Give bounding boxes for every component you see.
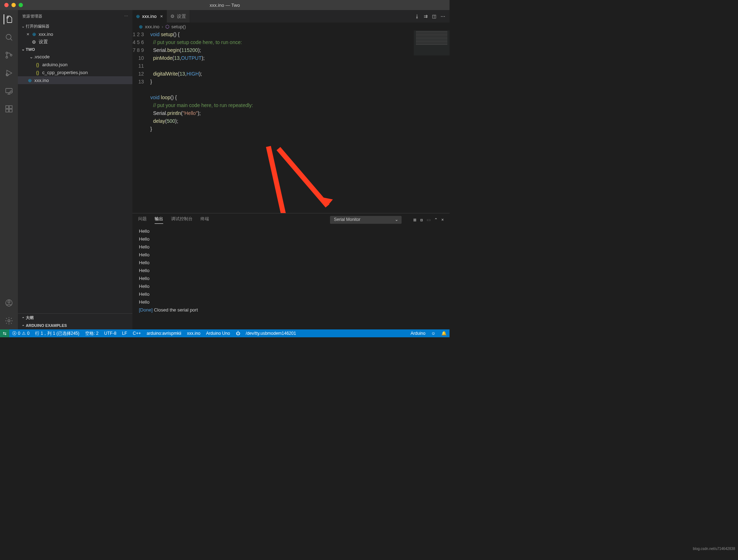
run-debug-icon[interactable] bbox=[4, 68, 14, 78]
feedback-icon: ☺ bbox=[431, 331, 436, 336]
svg-rect-9 bbox=[9, 109, 12, 112]
activity-bar bbox=[0, 10, 18, 329]
status-problems[interactable]: ⓧ0⚠0 bbox=[9, 330, 32, 337]
settings-gear-icon[interactable] bbox=[4, 316, 14, 326]
breadcrumb[interactable]: ⊕ xxx.ino › ⬡ setup() bbox=[132, 23, 450, 30]
upload-icon[interactable]: ⭳ bbox=[415, 14, 419, 19]
panel-tabs: 问题 输出 调试控制台 终端 Serial Monitor⌄ ≣ ⧈ ▭ ⌃ × bbox=[132, 213, 450, 226]
chevron-up-icon[interactable]: ⌃ bbox=[434, 217, 438, 222]
json-file-icon: {} bbox=[34, 70, 41, 75]
split-editor-icon[interactable]: ◫ bbox=[432, 14, 436, 19]
folder-item[interactable]: ⌄.vscode bbox=[18, 53, 132, 61]
maximize-window-icon[interactable] bbox=[19, 3, 23, 7]
status-language[interactable]: C++ bbox=[130, 331, 144, 336]
status-feedback[interactable]: ☺ bbox=[428, 331, 438, 336]
status-eol[interactable]: LF bbox=[119, 331, 130, 336]
editor-tabs: ⊕ xxx.ino × ⚙ 设置 ⭳ ⇉ ◫ ⋯ bbox=[132, 10, 450, 23]
workspace-header[interactable]: ⌄TWO bbox=[18, 46, 132, 53]
code-editor[interactable]: 1 2 3 4 5 6 7 8 9 10 11 12 13 void setup… bbox=[132, 30, 450, 213]
accounts-icon[interactable] bbox=[4, 298, 14, 308]
verify-icon[interactable]: ⇉ bbox=[424, 14, 428, 19]
status-programmer[interactable]: arduino:avrispmkii bbox=[144, 331, 184, 336]
svg-rect-10 bbox=[9, 106, 12, 108]
panel-tab-output[interactable]: 输出 bbox=[155, 216, 163, 224]
minimize-window-icon[interactable] bbox=[11, 3, 16, 7]
gear-icon: ⚙ bbox=[31, 39, 37, 45]
symbol-icon: ⬡ bbox=[165, 24, 169, 29]
svg-point-6 bbox=[10, 91, 12, 93]
status-sketch[interactable]: xxx.ino bbox=[184, 331, 203, 336]
close-icon[interactable]: × bbox=[160, 14, 163, 19]
close-window-icon[interactable] bbox=[4, 3, 9, 7]
sidebar-title: 资源管理器 bbox=[22, 14, 43, 19]
tab-settings[interactable]: ⚙ 设置 bbox=[167, 10, 190, 23]
panel-tab-problems[interactable]: 问题 bbox=[138, 216, 147, 223]
open-editor-item[interactable]: × ⊕ xxx.ino bbox=[18, 30, 132, 38]
svg-point-12 bbox=[8, 301, 10, 303]
output-body[interactable]: Hello Hello Hello Hello Hello Hello Hell… bbox=[132, 226, 450, 329]
json-file-icon: {} bbox=[34, 62, 41, 67]
chevron-down-icon: ⌄ bbox=[395, 217, 398, 222]
status-cursor[interactable]: 行 1，列 1 (已选择245) bbox=[32, 330, 82, 337]
arduino-file-icon: ⊕ bbox=[31, 32, 37, 37]
status-plug[interactable]: ⏻ bbox=[233, 331, 243, 336]
editor-area: ⊕ xxx.ino × ⚙ 设置 ⭳ ⇉ ◫ ⋯ ⊕ xxx.ino › ⬡ s… bbox=[132, 10, 450, 329]
annotation-arrow bbox=[132, 30, 450, 213]
search-icon[interactable] bbox=[4, 32, 14, 42]
bottom-panel: 问题 输出 调试控制台 终端 Serial Monitor⌄ ≣ ⧈ ▭ ⌃ ×… bbox=[132, 213, 450, 329]
status-arduino[interactable]: Arduino bbox=[408, 331, 428, 336]
window-controls bbox=[0, 3, 23, 7]
svg-point-0 bbox=[6, 34, 11, 39]
open-editor-item[interactable]: ⚙ 设置 bbox=[18, 38, 132, 46]
more-icon[interactable]: ⋯ bbox=[441, 14, 445, 19]
tab-xxx-ino[interactable]: ⊕ xxx.ino × bbox=[132, 10, 167, 23]
outline-header[interactable]: ›大纲 bbox=[18, 314, 132, 322]
filter-icon[interactable]: ≣ bbox=[413, 217, 417, 222]
arduino-file-icon: ⊕ bbox=[26, 78, 33, 83]
status-bar: ⇆ ⓧ0⚠0 行 1，列 1 (已选择245) 空格: 2 UTF-8 LF C… bbox=[0, 329, 450, 337]
svg-point-3 bbox=[10, 54, 12, 56]
svg-rect-7 bbox=[6, 106, 9, 108]
error-icon: ⓧ bbox=[12, 330, 16, 337]
status-board[interactable]: Arduino Uno bbox=[203, 331, 233, 336]
explorer-icon[interactable] bbox=[4, 14, 14, 24]
more-icon[interactable]: ⋯ bbox=[124, 14, 128, 19]
lock-icon[interactable]: ⧈ bbox=[420, 217, 423, 222]
panel-tab-terminal[interactable]: 终端 bbox=[200, 216, 209, 223]
status-bell[interactable]: 🔔 bbox=[438, 331, 450, 336]
svg-rect-8 bbox=[6, 109, 9, 112]
warning-icon: ⚠ bbox=[22, 331, 26, 336]
status-encoding[interactable]: UTF-8 bbox=[101, 331, 119, 336]
output-channel-select[interactable]: Serial Monitor⌄ bbox=[330, 216, 402, 224]
arduino-examples-header[interactable]: ›ARDUINO EXAMPLES bbox=[18, 322, 132, 329]
settings-icon: ⚙ bbox=[170, 14, 175, 19]
status-port[interactable]: /dev/tty.usbmodem146201 bbox=[243, 331, 299, 336]
file-item[interactable]: {}c_cpp_properties.json bbox=[18, 68, 132, 76]
close-icon[interactable]: × bbox=[441, 217, 444, 222]
source-control-icon[interactable] bbox=[4, 50, 14, 60]
svg-line-16 bbox=[268, 146, 308, 213]
remote-icon: ⇆ bbox=[3, 331, 6, 336]
clear-icon[interactable]: ▭ bbox=[427, 217, 431, 222]
sidebar-header: 资源管理器 ⋯ bbox=[18, 10, 132, 23]
svg-point-2 bbox=[6, 57, 8, 58]
arduino-file-icon: ⊕ bbox=[139, 24, 143, 29]
arduino-file-icon: ⊕ bbox=[136, 14, 140, 19]
remote-explorer-icon[interactable] bbox=[4, 86, 14, 96]
remote-indicator[interactable]: ⇆ bbox=[0, 329, 9, 337]
bell-icon: 🔔 bbox=[441, 331, 447, 336]
svg-point-13 bbox=[8, 320, 10, 322]
extensions-icon[interactable] bbox=[4, 104, 14, 114]
panel-tab-debug[interactable]: 调试控制台 bbox=[171, 216, 193, 223]
file-item[interactable]: {}arduino.json bbox=[18, 61, 132, 68]
status-spaces[interactable]: 空格: 2 bbox=[82, 330, 101, 337]
window-title: xxx.ino — Two bbox=[210, 3, 240, 8]
plug-icon: ⏻ bbox=[236, 331, 240, 336]
close-icon[interactable]: × bbox=[25, 32, 31, 37]
title-bar: xxx.ino — Two bbox=[0, 0, 450, 10]
file-item[interactable]: ⊕xxx.ino bbox=[18, 76, 132, 84]
open-editors-header[interactable]: ⌄打开的编辑器 bbox=[18, 23, 132, 30]
svg-point-1 bbox=[6, 52, 8, 54]
sidebar: 资源管理器 ⋯ ⌄打开的编辑器 × ⊕ xxx.ino ⚙ 设置 ⌄TWO ⌄.… bbox=[18, 10, 132, 329]
